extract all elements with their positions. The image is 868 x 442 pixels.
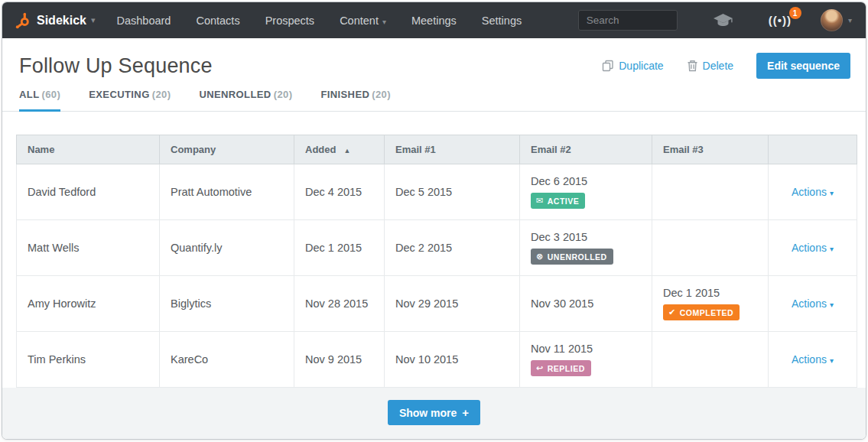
sequence-table-area: Name Company Added▲ Email #1 Email #2 Em… [2, 112, 866, 388]
sequence-table: Name Company Added▲ Email #1 Email #2 Em… [16, 135, 857, 388]
actions-dropdown[interactable]: Actions▾ [792, 186, 834, 198]
filter-tabs: ALL(60) EXECUTING(20) UNENROLLED(20) FIN… [2, 89, 866, 112]
cell-email3: Dec 1 2015 ✔ COMPLETED [652, 276, 769, 332]
cell-actions: Actions▾ [769, 276, 857, 332]
cell-email3 [652, 220, 769, 276]
cell-email3 [652, 332, 769, 388]
column-header-actions [769, 135, 857, 164]
show-more-button[interactable]: Show more + [388, 400, 480, 425]
cell-name: Tim Perkins [17, 332, 160, 388]
edit-sequence-button[interactable]: Edit sequence [756, 53, 850, 79]
table-row: David Tedford Pratt Automotive Dec 4 201… [17, 164, 857, 220]
cell-company: Biglytics [160, 276, 294, 332]
column-header-email2[interactable]: Email #2 [520, 135, 652, 164]
chevron-down-icon: ▾ [830, 356, 834, 365]
nav-menu: Dashboard Contacts Prospects Content▾ Me… [116, 15, 522, 27]
actions-dropdown[interactable]: Actions▾ [792, 353, 834, 366]
cell-email3 [652, 164, 769, 220]
chevron-down-icon: ▾ [91, 15, 96, 25]
cell-added: Nov 9 2015 [294, 332, 385, 388]
user-menu[interactable]: ▾ [821, 9, 852, 31]
column-header-email1[interactable]: Email #1 [385, 135, 520, 164]
header-actions: Duplicate Delete Edit sequence [602, 53, 850, 79]
sort-ascending-icon: ▲ [343, 147, 350, 154]
delete-button[interactable]: Delete [687, 60, 733, 72]
cell-added: Dec 4 2015 [294, 164, 385, 220]
chevron-down-icon: ▾ [830, 301, 834, 309]
cell-added: Dec 1 2015 [294, 220, 385, 276]
cell-actions: Actions▾ [769, 220, 857, 276]
cell-email2: Dec 6 2015 ✉ ACTIVE [520, 164, 652, 220]
chevron-down-icon: ▾ [830, 245, 834, 253]
cell-email1: Nov 29 2015 [385, 276, 520, 332]
cell-email1: Nov 10 2015 [385, 332, 520, 388]
table-row: Amy Horowitz Biglytics Nov 28 2015 Nov 2… [17, 276, 857, 332]
status-badge-active: ✉ ACTIVE [531, 193, 585, 209]
checkmark-icon: ✔ [668, 307, 676, 317]
email-date: Dec 3 2015 [531, 231, 641, 243]
nav-item-settings[interactable]: Settings [482, 15, 522, 27]
nav-item-prospects[interactable]: Prospects [265, 15, 314, 27]
cell-added: Nov 28 2015 [294, 276, 385, 332]
sprocket-logo-icon [15, 12, 31, 29]
status-badge-unenrolled: ⊗ UNENROLLED [531, 249, 613, 265]
page-title: Follow Up Sequence [19, 54, 213, 78]
tab-finished[interactable]: FINISHED(20) [320, 89, 391, 111]
cell-email2: Nov 30 2015 [520, 276, 652, 332]
cell-actions: Actions▾ [769, 332, 857, 388]
status-badge-completed: ✔ COMPLETED [663, 304, 740, 320]
cell-company: Pratt Automotive [160, 164, 294, 220]
cell-email1: Dec 5 2015 [385, 164, 520, 220]
column-header-email3[interactable]: Email #3 [652, 135, 769, 164]
actions-dropdown[interactable]: Actions▾ [792, 242, 834, 254]
delete-label: Delete [703, 60, 733, 72]
tab-all[interactable]: ALL(60) [19, 89, 60, 111]
column-header-company[interactable]: Company [160, 135, 294, 164]
cell-email2: Dec 3 2015 ⊗ UNENROLLED [520, 220, 652, 276]
chevron-down-icon: ▾ [382, 18, 386, 26]
cell-name: David Tedford [17, 164, 160, 220]
nav-item-content[interactable]: Content▾ [340, 15, 386, 27]
duplicate-label: Duplicate [619, 60, 663, 72]
duplicate-copy-icon [602, 60, 614, 72]
table-row: Matt Wells Quantify.ly Dec 1 2015 Dec 2 … [17, 220, 857, 276]
academy-graduation-cap-icon[interactable] [713, 14, 733, 28]
search-input[interactable] [578, 10, 678, 31]
table-footer: Show more + [2, 388, 866, 439]
plus-icon: + [462, 406, 469, 419]
nav-item-dashboard[interactable]: Dashboard [116, 15, 171, 27]
page-header: Follow Up Sequence Duplicate Delete Edit… [2, 38, 866, 89]
email-date: Dec 1 2015 [663, 287, 757, 299]
email-date: Dec 6 2015 [531, 175, 641, 187]
cell-name: Amy Horowitz [17, 276, 160, 332]
cell-company: Quantify.ly [160, 220, 294, 276]
chevron-down-icon: ▾ [830, 189, 834, 197]
column-header-name[interactable]: Name [17, 135, 160, 164]
trash-icon [687, 60, 698, 72]
circle-x-icon: ⊗ [536, 252, 544, 262]
status-badge-replied: ↩ REPLIED [531, 360, 591, 376]
table-row: Tim Perkins KareCo Nov 9 2015 Nov 10 201… [17, 332, 857, 388]
nav-item-contacts[interactable]: Contacts [196, 15, 239, 27]
brand-name: Sidekick [37, 14, 86, 28]
cell-company: KareCo [160, 332, 294, 388]
brand-menu[interactable]: Sidekick ▾ [15, 12, 95, 29]
app-window: Sidekick ▾ Dashboard Contacts Prospects … [2, 2, 866, 440]
tab-executing[interactable]: EXECUTING(20) [89, 89, 171, 111]
cell-name: Matt Wells [17, 220, 160, 276]
cell-email2: Nov 11 2015 ↩ REPLIED [520, 332, 652, 388]
notifications-broadcast-icon[interactable]: ((•)) 1 [769, 14, 792, 27]
top-nav: Sidekick ▾ Dashboard Contacts Prospects … [2, 2, 866, 38]
column-header-added[interactable]: Added▲ [294, 135, 385, 164]
cell-email1: Dec 2 2015 [385, 220, 520, 276]
nav-item-meetings[interactable]: Meetings [411, 15, 457, 27]
actions-dropdown[interactable]: Actions▾ [792, 297, 834, 310]
email-date: Nov 11 2015 [531, 343, 641, 355]
envelope-icon: ✉ [536, 196, 544, 206]
duplicate-button[interactable]: Duplicate [602, 60, 663, 72]
notification-count-badge: 1 [789, 7, 801, 19]
reply-arrow-icon: ↩ [536, 363, 544, 373]
chevron-down-icon: ▾ [848, 16, 852, 24]
table-header-row: Name Company Added▲ Email #1 Email #2 Em… [17, 135, 857, 164]
tab-unenrolled[interactable]: UNENROLLED(20) [199, 89, 292, 111]
